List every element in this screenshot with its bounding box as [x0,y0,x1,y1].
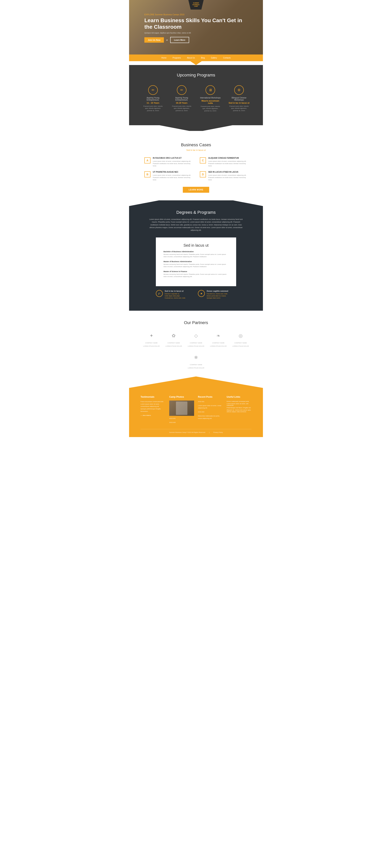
degree-item-3: Master of Science in Finance Aenean nonu… [163,271,229,278]
degrees-link-icon-1: 🎓 [156,290,163,297]
degree-item-1: Bachelor of Business Administration Aene… [163,251,229,258]
partner-logo-3 [191,331,201,341]
degrees-link-a3[interactable]: Coutcant ac, viverra sed, nulla [164,297,185,299]
partner-sub-6: LOREM IPSUM DOLOR [188,367,204,369]
hero-subtitle: Quisque nisl augue, dapibus quis faucibu… [144,32,248,34]
case-desc-d: Lorem ipsum dolor sit amet, consectetuer… [208,174,248,181]
logo-badge: SUMMER BUSINESS CAMP [188,0,204,9]
nav-programs[interactable]: Programs [170,55,184,61]
partner-sub-4: LOREM IPSUM DOLOR [210,345,227,347]
nav-blog[interactable]: Blog [198,55,208,61]
partner-logo-5 [236,331,245,341]
degrees-link-a1[interactable]: Interdum vulputate ac [164,293,185,294]
degrees-link-b3[interactable]: Quisque diam lorem [207,297,228,299]
degrees-title: Degrees & Programs [144,210,248,215]
footer: Testimonials Fusce accumsan consecutat a… [129,388,263,437]
degrees-link-b2[interactable]: Donec porta diam eu massa [207,295,228,297]
nav-gallery[interactable]: Gallery [208,55,220,61]
footer-link-3[interactable]: Pellentesque nisl libero: fringilla nisi [227,407,251,409]
degree-desc-2: Aenean nonummy hend rent mauris. Phasell… [163,263,229,268]
nav-about[interactable]: About Us [184,55,198,61]
case-title-b: UT PHARETRA AUGUE NEC [153,171,192,173]
footer-link-1[interactable]: Donec malesuad consequat ante [227,401,251,402]
program-item-2: ✏ Aspiring Young Entrepreneurs: 16-19 Ye… [169,83,194,114]
program-desc-4: Praesent justo dolor, lobortis quis, lob… [229,105,249,112]
program-desc-1: Praesent justo dolor, lobortis quis, lob… [143,105,163,112]
footer-post-text-1: Lorem ipsum dolor sit amet, conse adipis… [198,405,223,409]
nav-contacts[interactable]: Contacts [220,55,234,61]
partners-title: Our Partners [141,320,251,325]
logo-line1: SUMMER [193,2,199,4]
degrees-link-content-1: Sed in lac in lacus ut Interdum vulputat… [164,290,185,299]
program-item-1: ✏ Aspiring Young Entrepreneurs: 11 - 15 … [141,83,165,114]
cases-grid: A IN FAUCIBUS ORCI LUCTUS ET Lorem ipsum… [144,157,248,181]
logo-line2: BUSINESS [192,4,200,5]
program-years-4: Sed in lac in lacus ut [229,102,249,104]
main-nav: Home Programs About Us Blog Gallery Cont… [129,55,263,61]
footer-privacy-link[interactable]: Privacy Policy [213,432,223,433]
case-item-d: D SED IN LACUS UTSED IN LACUS Lorem ipsu… [200,171,248,181]
program-icon-4: ⚙ [234,85,244,95]
footer-recent-posts: Recent Posts 2015-001 Lorem ipsum dolor … [198,396,223,425]
case-letter-b: B [144,171,150,178]
leaf-icon [216,333,220,338]
case-title-d: SED IN LACUS UTSED IN LACUS [208,171,248,173]
learn-more-button[interactable]: Learn More [170,37,189,43]
partner-sub-2: LOREM IPSUM DOLOR [165,345,182,347]
footer-post-date-1: 2015-001 [198,401,223,403]
case-desc-a: Lorem ipsum dolor sit amet, consectetuer… [153,160,192,167]
degree-desc-1: Aenean nonummy hend rent mauris. Phasell… [163,253,229,258]
learn-more-cases-button[interactable]: LEARN MORE [183,187,209,193]
program-icon-1: ✏ [148,85,158,95]
program-icon-2: ✏ [177,85,186,95]
case-letter-c: C [200,157,206,163]
degrees-link-a2[interactable]: Uolte etpas vitae pleje [164,295,185,297]
business-cases-section: Business Cases Sed in lac in lacus ut A … [129,131,263,200]
footer-divider: | [209,432,209,433]
footer-testimonials-title: Testimonials [141,396,165,398]
program-years-3: Mauris accumsan nulla [200,100,221,104]
footer-copyright: Summer Business Camp © 2015 All Rights R… [169,432,205,433]
partner-item-6: COMPANY NAME LOREM IPSUM DOLOR [188,353,204,369]
case-desc-b: Lorem ipsum dolor sit amet, consectetuer… [153,174,192,181]
case-item-b: B UT PHARETRA AUGUE NEC Lorem ipsum dolo… [144,171,192,181]
partner-sub-5: LOREM IPSUM DOLOR [232,345,249,347]
degree-desc-3: Aenean nonummy hend rent mauris. Phasell… [163,273,229,278]
partner-item-4: COMPANY NAME LOREM IPSUM DOLOR [210,331,227,347]
partner-item-5: COMPANY NAME LOREM IPSUM DOLOR [232,331,249,347]
footer-link-4[interactable]: Aliquam ac, viverra sed, ipsum quis, ult… [227,409,251,412]
partner-sub-3: LOREM IPSUM DOLOR [188,345,204,347]
partners-grid: COMPANY NAME LOREM IPSUM DOLOR COMPANY N… [141,331,251,369]
programs-title: Upcoming Programs [141,73,251,78]
degrees-links: 🎓 Sed in lac in lacus ut Interdum vulput… [156,290,236,299]
case-letter-a: A [144,157,150,163]
degrees-link-b1[interactable]: Faccilent ac, viverra sed, nulla [207,293,228,294]
business-cases-title: Business Cases [144,143,248,147]
case-item-a: A IN FAUCIBUS ORCI LUCTUS ET Lorem ipsum… [144,157,192,167]
footer-photos-title: Camp Photos [169,396,194,398]
footer-photo-date-2: 2015-002 [169,422,194,424]
program-name-2: Aspiring Young Entrepreneurs: [171,97,192,101]
partner-sub-1: LOREM IPSUM DOLOR [143,345,160,347]
footer-photo-date-1: 2015-001 [169,417,194,420]
nav-arrow [190,61,202,65]
program-icon-3: 🖥 [206,85,215,95]
star-icon [150,333,153,338]
case-item-c: C ALIQUAM CONGUE FERMENTUM Lorem ipsum d… [200,157,248,167]
join-us-button[interactable]: Join Us Now [144,37,164,43]
partner-name-1: COMPANY NAME [145,342,157,344]
nav-home[interactable]: Home [158,55,170,61]
program-name-4: Bilingual Chinese Workshops [229,97,249,101]
hero-or-text: or [166,39,168,41]
footer-link-2[interactable]: Lorem ipsum dolor sit amet, soft sollici… [227,403,251,406]
partner-item-3: COMPANY NAME LOREM IPSUM DOLOR [188,331,204,347]
program-desc-2: Praesent justo dolor, lobortis quis, lob… [171,105,192,112]
orange-triangle [129,376,263,388]
case-letter-d: D [200,171,206,178]
degree-name-1: Bachelor of Business Administration [163,251,229,253]
business-cases-subtitle: Sed in lac in lacus ut [144,149,248,151]
degrees-link-title-1: Sed in lac in lacus ut [164,290,185,292]
case-content-d: SED IN LACUS UTSED IN LACUS Lorem ipsum … [208,171,248,181]
orange-triangle-container [129,376,263,388]
footer-testimonials-author: — Jane Adams [141,414,165,417]
